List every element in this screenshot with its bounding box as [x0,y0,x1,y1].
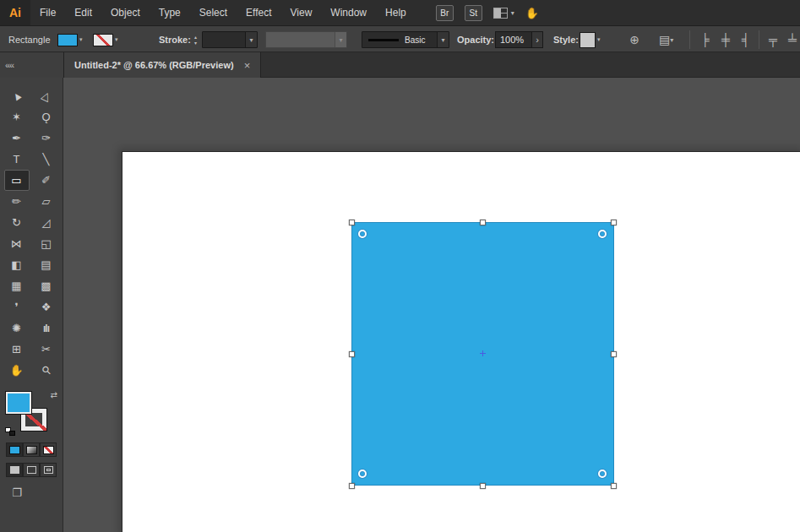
mesh-tool[interactable]: ▦ [4,275,30,296]
workspace-switcher[interactable]: ▾ [493,8,514,19]
symbol-sprayer-tool[interactable]: ✺ [4,318,30,339]
type-tool[interactable]: T [4,149,30,170]
rotate-tool[interactable]: ↻ [4,212,30,233]
default-fill-stroke-icon[interactable] [5,427,15,436]
screen-mode-button[interactable]: ❐ [6,485,28,501]
gradient-swatch [26,446,37,454]
menu-view[interactable]: View [281,0,322,25]
hand-tool[interactable]: ✋ [4,360,30,381]
perspective-grid-tool[interactable]: ▤ [34,254,59,275]
handle-bottom-left[interactable] [349,483,355,489]
style-dropdown[interactable]: ▾ [580,26,601,53]
pen-tool[interactable]: ✒ [4,128,30,149]
stock-button[interactable]: St [465,5,482,21]
fill-swatch[interactable] [57,34,78,46]
eyedropper-tool[interactable]: ❜ [4,296,30,318]
screen-mode-icon: ❐ [12,486,22,499]
gradient-tool[interactable]: ▩ [34,275,59,296]
corner-radius-widget-bottom-right[interactable] [598,470,607,478]
align-center-button[interactable]: ╪ [718,26,733,53]
stepper-down-icon[interactable]: ▾ [191,41,200,46]
document-setup-button[interactable]: ▤ ▾ [659,26,673,53]
globe-icon[interactable]: ⊕ [627,26,642,53]
bridge-button[interactable]: Br [436,5,454,21]
touch-hand-icon[interactable]: ✋ [525,7,539,19]
close-icon[interactable]: × [244,59,251,72]
handle-top-left[interactable] [349,220,355,225]
curvature-tool[interactable]: ✑ [34,128,59,149]
stroke-width-stepper[interactable]: ▴ ▾ [191,26,200,53]
handle-top-right[interactable] [611,220,617,225]
gradient-button[interactable] [23,442,40,457]
stroke-width-combo[interactable]: ▾ [202,26,258,53]
column-graph-tool[interactable]: ılı [34,318,59,339]
align-top-button[interactable]: ╤ [765,26,781,53]
stroke-color-control[interactable]: ▾ [93,26,118,53]
stroke-none-swatch[interactable] [93,34,113,46]
shape-center-point[interactable] [480,350,486,356]
menu-select[interactable]: Select [190,0,237,25]
style-swatch[interactable] [580,32,596,48]
menu-window[interactable]: Window [321,0,376,25]
magic-wand-tool[interactable]: ✶ [4,106,30,128]
corner-radius-widget-top-left[interactable] [358,230,367,238]
fill-color-box[interactable] [6,392,31,414]
chevron-down-icon: ▾ [597,36,601,43]
opacity-arrow-button[interactable]: › [532,31,543,48]
tool-panel-collapse[interactable]: «« [0,52,63,78]
document-tab[interactable]: Untitled-2* @ 66.67% (RGB/Preview) × [63,52,261,78]
stepper-up-icon[interactable]: ▴ [191,35,200,40]
free-transform-tool[interactable]: ◱ [34,233,59,254]
align-right-button[interactable]: ╡ [738,26,754,53]
opacity-label: Opacity: [457,26,494,53]
swap-fill-stroke-icon[interactable]: ⇄ [51,390,57,399]
fill-color-control[interactable]: ▾ [57,26,83,53]
none-button[interactable] [40,442,57,457]
separator [759,30,759,49]
scale-tool[interactable]: ◿ [34,212,59,233]
line-segment-tool[interactable]: ╲ [34,149,59,170]
brush-definition-combo[interactable]: Basic ▾ [362,26,449,53]
artboard-tool[interactable]: ⊞ [4,339,30,360]
draw-behind-button[interactable] [23,463,40,477]
color-swatch [9,446,20,454]
draw-normal-button[interactable] [6,463,23,477]
chevron-down-icon: ▾ [335,32,346,47]
menu-edit[interactable]: Edit [65,0,101,25]
chevron-down-icon[interactable]: ▾ [437,32,449,47]
menu-file[interactable]: File [30,0,65,25]
tools-grid: ▲ △ ✶ Ǫ ✒ ✑ T ╲ ▭ ✐ ✏ ▱ ↻ ◿ ⋈ ◱ ◧ ▤ ▦ ▩ … [0,78,63,381]
menu-help[interactable]: Help [376,0,416,25]
corner-radius-widget-top-right[interactable] [598,230,607,238]
handle-bottom-right[interactable] [611,483,617,489]
chevron-down-icon[interactable]: ▾ [245,32,257,47]
width-tool[interactable]: ⋈ [4,233,30,254]
eraser-tool[interactable]: ▱ [34,191,59,212]
canvas-area[interactable] [63,78,800,532]
handle-middle-left[interactable] [349,351,355,357]
chevron-down-icon: ▾ [115,36,118,43]
handle-bottom-center[interactable] [480,483,486,489]
chevron-down-icon: ▾ [511,9,514,17]
menu-effect[interactable]: Effect [237,0,280,25]
lasso-tool[interactable]: Ǫ [34,106,59,128]
chevron-down-icon: ▾ [79,36,83,43]
shape-builder-tool[interactable]: ◧ [4,254,30,275]
align-left-button[interactable]: ╞ [698,26,713,53]
color-button[interactable] [6,442,23,457]
draw-inside-button[interactable] [40,463,57,477]
menu-type[interactable]: Type [150,0,190,25]
handle-top-center[interactable] [480,220,486,225]
workspace-layout-icon [493,8,508,19]
opacity-input[interactable] [495,31,532,48]
paintbrush-tool[interactable]: ✐ [34,170,59,191]
rectangle-tool[interactable]: ▭ [4,170,30,191]
corner-radius-widget-bottom-left[interactable] [358,470,367,478]
align-bottom-button[interactable]: ╧ [785,26,800,53]
none-swatch [43,446,54,454]
menu-object[interactable]: Object [101,0,150,25]
pencil-tool[interactable]: ✏ [4,191,30,212]
blend-tool[interactable]: ❖ [34,296,59,318]
handle-middle-right[interactable] [611,351,617,357]
opacity-control: › [495,26,543,53]
